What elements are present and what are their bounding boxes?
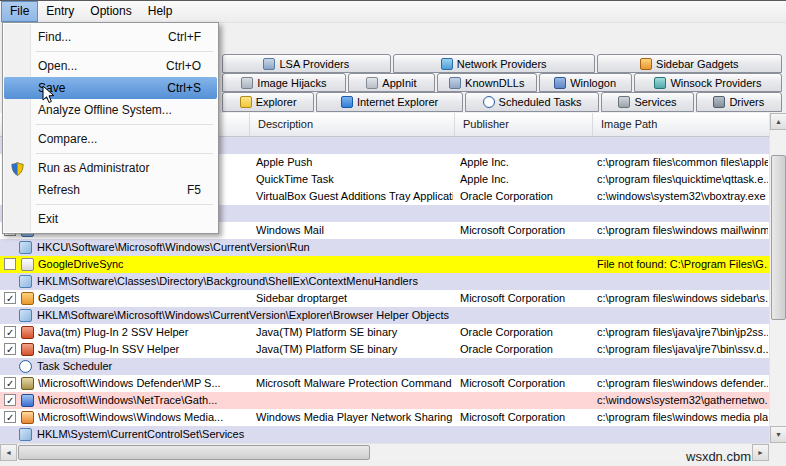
tab-drivers[interactable]: Drivers xyxy=(696,92,782,112)
checkmark-icon: ✓ xyxy=(6,290,14,307)
drivers-tab-icon xyxy=(713,96,725,108)
entry-checkbox[interactable]: ✓ xyxy=(4,326,16,338)
entry-row[interactable]: ✓\Microsoft\Windows\NetTrace\Gath...c:\w… xyxy=(0,392,770,409)
menu-item-run-as-administrator[interactable]: Run as Administrator xyxy=(4,157,217,179)
vertical-scroll-thumb[interactable] xyxy=(771,155,786,320)
winlogon-tab-icon xyxy=(554,77,566,89)
vertical-scrollbar[interactable]: ▲ ▼ xyxy=(769,113,786,443)
clock-icon xyxy=(19,360,32,373)
tab-row-3: ExplorerInternet ExplorerScheduled Tasks… xyxy=(222,92,784,112)
menubar-item-entry[interactable]: Entry xyxy=(38,1,82,22)
menu-item-open[interactable]: Open...Ctrl+O xyxy=(4,55,217,77)
lsa-tab-icon xyxy=(263,58,275,70)
tab-scheduled-tasks[interactable]: Scheduled Tasks xyxy=(465,92,599,112)
tab-winlogon[interactable]: Winlogon xyxy=(539,73,632,92)
row-icon xyxy=(21,258,34,271)
tab-image-hijacks[interactable]: Image Hijacks xyxy=(222,73,346,92)
entry-checkbox[interactable]: ✓ xyxy=(4,411,16,423)
file-menu: Find...Ctrl+FOpen...Ctrl+OSaveCtrl+SAnal… xyxy=(2,22,219,234)
column-header-image-path[interactable]: Image Path xyxy=(593,113,770,136)
menu-item-find[interactable]: Find...Ctrl+F xyxy=(4,26,217,48)
checkmark-icon: ✓ xyxy=(6,375,14,392)
entry-checkbox[interactable]: ✓ xyxy=(4,394,16,406)
menu-item-save[interactable]: SaveCtrl+S xyxy=(4,77,217,99)
registry-icon xyxy=(19,309,32,322)
entry-row[interactable]: ✓\Microsoft\Windows Defender\MP S...Micr… xyxy=(0,375,770,392)
menu-item-compare[interactable]: Compare... xyxy=(4,128,217,150)
menubar-item-options[interactable]: Options xyxy=(82,1,139,22)
menu-item-exit[interactable]: Exit xyxy=(4,208,217,230)
menu-separator xyxy=(4,48,217,55)
down-arrow-icon: ▼ xyxy=(775,431,782,438)
imagehijack-tab-icon xyxy=(241,77,253,89)
entry-row[interactable]: ✓Java(tm) Plug-In 2 SSV HelperJava(TM) P… xyxy=(0,324,770,341)
menu-item-analyze-offline-system[interactable]: Analyze Offline System... xyxy=(4,99,217,121)
location-row[interactable]: HKLM\Software\Microsoft\Windows\CurrentV… xyxy=(0,307,770,324)
checkmark-icon: ✓ xyxy=(6,341,14,358)
scroll-up-button[interactable]: ▲ xyxy=(770,113,786,130)
row-icon xyxy=(21,411,34,424)
scroll-down-button[interactable]: ▼ xyxy=(770,426,786,443)
tab-network-providers[interactable]: Network Providers xyxy=(393,54,595,73)
menu-bar: FileEntryOptionsHelp xyxy=(0,1,786,23)
tab-sidebar-gadgets[interactable]: Sidebar Gadgets xyxy=(597,54,782,73)
tab-lsa-providers[interactable]: LSA Providers xyxy=(222,54,391,73)
entry-checkbox[interactable]: ✓ xyxy=(4,377,16,389)
column-header-description[interactable]: Description xyxy=(250,113,455,136)
menu-item-refresh[interactable]: RefreshF5 xyxy=(4,179,217,201)
row-icon xyxy=(21,343,34,356)
sidebar-tab-icon xyxy=(640,58,652,70)
menu-separator xyxy=(4,150,217,157)
column-header-publisher[interactable]: Publisher xyxy=(455,113,593,136)
entry-row[interactable]: ✓\Microsoft\Windows\Windows Media...Wind… xyxy=(0,409,770,426)
up-arrow-icon: ▲ xyxy=(775,118,782,125)
registry-icon xyxy=(19,275,32,288)
row-icon xyxy=(21,394,34,407)
entry-checkbox[interactable]: ✓ xyxy=(4,343,16,355)
network-tab-icon xyxy=(441,58,453,70)
explorer-tab-icon xyxy=(240,96,252,108)
entry-checkbox[interactable]: ✓ xyxy=(4,292,16,304)
menu-separator xyxy=(4,121,217,128)
entry-row[interactable]: GoogleDriveSyncFile not found: C:\Progra… xyxy=(0,256,770,273)
scroll-left-button[interactable]: ◄ xyxy=(0,444,17,461)
tab-services[interactable]: Services xyxy=(601,92,693,112)
appinit-tab-icon xyxy=(366,77,378,89)
row-icon xyxy=(21,326,34,339)
scroll-right-button[interactable]: ► xyxy=(752,444,769,461)
tab-winsock-providers[interactable]: Winsock Providers xyxy=(634,73,782,92)
ie-tab-icon xyxy=(341,96,353,108)
tab-internet-explorer[interactable]: Internet Explorer xyxy=(316,92,463,112)
row-icon xyxy=(21,292,34,305)
tab-row-1: LSA ProvidersNetwork ProvidersSidebar Ga… xyxy=(222,54,784,73)
location-row[interactable]: Task Scheduler xyxy=(0,358,770,375)
status-bar xyxy=(0,460,786,466)
entry-row[interactable]: ✓Java(tm) Plug-In SSV HelperJava(TM) Pla… xyxy=(0,341,770,358)
registry-icon xyxy=(19,428,32,441)
location-row[interactable]: HKLM\System\CurrentControlSet\Services xyxy=(0,426,770,443)
tab-row-2: Image HijacksAppInitKnownDLLsWinlogonWin… xyxy=(222,73,784,92)
scrollbar-corner xyxy=(769,443,786,460)
watermark-text: wsxdn.cbm xyxy=(686,449,751,464)
menubar-item-help[interactable]: Help xyxy=(140,1,181,22)
location-row[interactable]: HKLM\Software\Classes\Directory\Backgrou… xyxy=(0,273,770,290)
tab-knowndlls[interactable]: KnownDLLs xyxy=(437,73,536,92)
row-icon xyxy=(21,377,34,390)
tab-appinit[interactable]: AppInit xyxy=(348,73,435,92)
registry-icon xyxy=(19,241,32,254)
autoruns-window: FileEntryOptionsHelp LSA ProvidersNetwor… xyxy=(0,0,786,466)
entry-checkbox[interactable] xyxy=(4,258,16,270)
entry-row[interactable]: ✓GadgetsSidebar droptargetMicrosoft Corp… xyxy=(0,290,770,307)
horizontal-scrollbar[interactable]: ◄ ► xyxy=(0,443,769,460)
right-arrow-icon: ► xyxy=(757,449,764,456)
uac-shield-icon xyxy=(11,161,24,175)
checkmark-icon: ✓ xyxy=(6,392,14,409)
menu-separator xyxy=(4,201,217,208)
tab-explorer[interactable]: Explorer xyxy=(222,92,314,112)
mouse-cursor xyxy=(42,85,56,105)
checkmark-icon: ✓ xyxy=(6,409,14,426)
winsock-tab-icon xyxy=(654,77,666,89)
horizontal-scroll-thumb[interactable] xyxy=(18,445,370,460)
location-row[interactable]: HKCU\Software\Microsoft\Windows\CurrentV… xyxy=(0,239,770,256)
menubar-item-file[interactable]: File xyxy=(1,1,38,22)
